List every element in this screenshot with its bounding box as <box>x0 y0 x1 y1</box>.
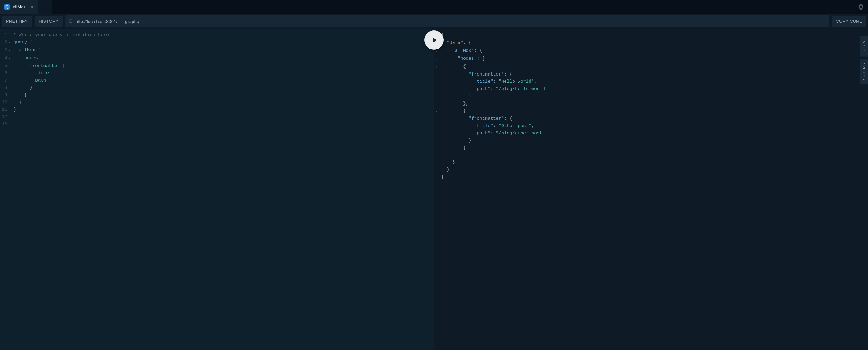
schema-tab[interactable]: SCHEMA <box>860 59 868 84</box>
result-line: } <box>434 166 868 173</box>
docs-tab[interactable]: DOCS <box>860 36 868 57</box>
result-line: "title": "Hello World", <box>434 78 868 86</box>
prettify-button[interactable]: PRETTIFY <box>2 16 32 27</box>
result-line: ] <box>434 152 868 159</box>
editor-line[interactable]: 6 title <box>0 70 434 77</box>
close-icon[interactable]: × <box>31 4 33 9</box>
fold-toggle <box>8 84 13 92</box>
result-line: } <box>434 145 868 152</box>
editor-line[interactable]: 8 } <box>0 84 434 92</box>
fold-toggle[interactable]: ▾ <box>434 63 439 71</box>
line-number: 13 <box>0 121 8 128</box>
line-number: 11 <box>0 106 8 114</box>
fold-toggle[interactable]: ▾ <box>8 47 13 55</box>
line-number: 2 <box>0 39 8 47</box>
side-tabs: DOCS SCHEMA <box>860 36 868 84</box>
fold-toggle[interactable]: ▾ <box>8 55 13 62</box>
fold-toggle[interactable]: ▾ <box>434 107 439 115</box>
fold-toggle <box>8 32 13 39</box>
fold-toggle <box>434 71 439 78</box>
tab-bar: Q allMdx × + <box>0 0 868 14</box>
line-number: 7 <box>0 77 8 84</box>
query-tab[interactable]: Q allMdx × <box>0 0 38 14</box>
result-line: } <box>434 159 868 166</box>
result-line: "frontmatter": { <box>434 71 868 78</box>
line-number: 6 <box>0 70 8 77</box>
line-number: 8 <box>0 84 8 92</box>
fold-toggle <box>434 93 439 100</box>
editor-line[interactable]: 5 frontmatter { <box>0 62 434 70</box>
fold-toggle <box>434 78 439 86</box>
editor-line[interactable]: 9 } <box>0 92 434 99</box>
result-line: ▾ "allMdx": { <box>434 47 868 55</box>
gear-icon <box>858 4 864 10</box>
fold-toggle <box>434 86 439 93</box>
line-number: 10 <box>0 99 8 106</box>
line-number: 3 <box>0 47 8 55</box>
result-line: ▾{ <box>434 32 868 39</box>
result-line: }, <box>434 100 868 107</box>
result-line: } <box>434 173 868 181</box>
fold-toggle <box>8 99 13 106</box>
editor-line[interactable]: 11} <box>0 106 434 114</box>
editor-line[interactable]: 2▾query { <box>0 39 434 47</box>
fold-toggle <box>8 106 13 114</box>
result-line: "frontmatter": { <box>434 115 868 123</box>
fold-toggle <box>8 70 13 77</box>
settings-button[interactable] <box>854 0 868 14</box>
editor-line[interactable]: 13 <box>0 121 434 128</box>
fold-toggle <box>434 145 439 152</box>
play-icon <box>431 36 439 44</box>
result-line: ▾ "nodes": [ <box>434 55 868 63</box>
query-editor[interactable]: 1# Write your query or mutation here2▾qu… <box>0 29 434 350</box>
editor-line[interactable]: 12 <box>0 114 434 121</box>
fold-toggle <box>434 159 439 166</box>
fold-toggle <box>8 114 13 121</box>
editor-line[interactable]: 10 } <box>0 99 434 106</box>
line-number: 4 <box>0 55 8 62</box>
fold-toggle <box>434 152 439 159</box>
result-line: ▾ { <box>434 107 868 115</box>
result-line: "title": "Other post", <box>434 123 868 130</box>
line-number: 5 <box>0 62 8 70</box>
fold-toggle <box>8 77 13 84</box>
result-line: ▾ { <box>434 63 868 71</box>
toolbar: PRETTIFY HISTORY COPY CURL <box>0 14 868 29</box>
editor-line[interactable]: 3▾ allMdx { <box>0 47 434 55</box>
copy-curl-button[interactable]: COPY CURL <box>832 16 866 27</box>
query-tab-label: allMdx <box>13 4 26 9</box>
reload-icon[interactable] <box>69 20 72 23</box>
result-viewer: ▾{▾ "data": {▾ "allMdx": {▾ "nodes": [▾ … <box>434 29 868 350</box>
result-line: } <box>434 137 868 145</box>
result-line: } <box>434 93 868 100</box>
fold-toggle <box>8 121 13 128</box>
fold-toggle <box>434 173 439 181</box>
fold-toggle[interactable]: ▾ <box>8 39 13 47</box>
fold-toggle <box>8 92 13 99</box>
add-tab-button[interactable]: + <box>38 0 52 14</box>
line-number: 12 <box>0 114 8 121</box>
history-button[interactable]: HISTORY <box>35 16 63 27</box>
main-split: 1# Write your query or mutation here2▾qu… <box>0 29 868 350</box>
execute-button[interactable] <box>424 30 444 50</box>
editor-line[interactable]: 1# Write your query or mutation here <box>0 32 434 39</box>
editor-line[interactable]: 7 path <box>0 77 434 84</box>
fold-toggle <box>434 137 439 145</box>
line-number: 9 <box>0 92 8 99</box>
result-line: ▾ "data": { <box>434 39 868 47</box>
fold-toggle <box>434 115 439 123</box>
editor-line[interactable]: 4▾ nodes { <box>0 55 434 62</box>
result-line: "path": "/blog/hello-world" <box>434 86 868 93</box>
fold-toggle[interactable]: ▾ <box>434 55 439 63</box>
fold-toggle <box>434 123 439 130</box>
endpoint-input[interactable] <box>75 19 826 24</box>
fold-toggle <box>434 130 439 137</box>
fold-toggle <box>8 62 13 70</box>
query-tab-icon: Q <box>4 4 10 10</box>
app-root: Q allMdx × + PRETTIFY HISTORY COPY CURL … <box>0 0 868 350</box>
fold-toggle <box>434 166 439 173</box>
result-line: "path": "/blog/other-post" <box>434 130 868 137</box>
endpoint-field <box>65 15 829 27</box>
line-number: 1 <box>0 32 8 39</box>
fold-toggle <box>434 100 439 107</box>
